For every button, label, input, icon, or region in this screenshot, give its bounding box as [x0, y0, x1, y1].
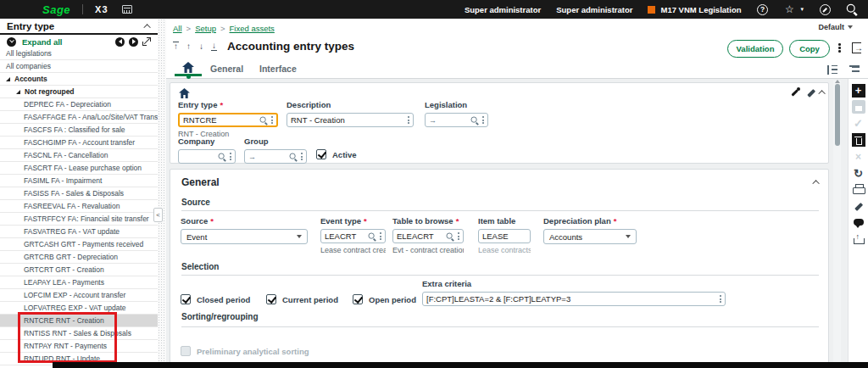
view-selector[interactable]: Default [818, 23, 853, 31]
event-type-input[interactable]: LEACRT [320, 229, 386, 243]
field-options-icon[interactable] [230, 153, 231, 160]
exit-icon[interactable] [852, 42, 861, 53]
lookup-icon[interactable] [471, 116, 479, 124]
user-role[interactable]: Super administrator [465, 5, 541, 14]
cancel-button[interactable]: × [852, 150, 865, 164]
preliminary-sorting-checkbox[interactable]: Preliminary analytical sorting [181, 346, 309, 356]
last-record-icon[interactable]: ↓ [211, 42, 217, 51]
tab-general[interactable]: General [210, 64, 243, 74]
tree-item[interactable]: DEPREC FA - Depreciation [0, 98, 158, 111]
search-icon[interactable] [846, 3, 858, 15]
more-actions-icon[interactable] [838, 43, 841, 53]
depreciation-plan-select[interactable]: Accounts [543, 229, 637, 244]
lookup-icon[interactable] [290, 153, 298, 160]
field-options-icon[interactable] [720, 295, 721, 303]
extra-criteria-input[interactable]: [F:CPT]LEASTA=2 & [F:CPT]LEATYP=3 [422, 292, 726, 306]
tree-item[interactable]: LEAPAY LEA - Payments [0, 276, 158, 289]
confirm-button[interactable]: ✓ [852, 117, 865, 131]
row-layout-icon[interactable] [827, 65, 837, 75]
explore-compass-icon[interactable] [819, 3, 831, 15]
tree-item[interactable]: FASCHGIMP FA - Account transfer [0, 137, 158, 149]
previous-record-icon[interactable]: ↑ [186, 42, 192, 51]
next-record-icon[interactable]: ↓ [198, 42, 204, 51]
collapse-section-icon[interactable] [818, 90, 825, 97]
calendar-icon[interactable] [122, 5, 132, 14]
help-icon[interactable]: ? [756, 3, 768, 15]
comment-button[interactable] [852, 216, 865, 230]
description-input[interactable]: RNT - Creation [287, 113, 414, 127]
print-button[interactable] [852, 183, 865, 197]
next-page-icon[interactable] [129, 37, 138, 47]
collapse-general-icon[interactable] [812, 180, 819, 187]
tree-item[interactable]: LOFCIM EXP - Account transfer [0, 289, 158, 302]
field-options-icon[interactable] [408, 116, 409, 124]
tree-item[interactable]: Accounts [0, 73, 158, 86]
tree-item[interactable]: FASISS FA - Sales & Disposals [0, 187, 158, 200]
tree-item[interactable]: All legislations [0, 47, 158, 60]
legislation-selector[interactable]: M17 VNM Legislation [648, 5, 741, 14]
expand-all-icon[interactable] [7, 37, 16, 47]
tree-item[interactable]: GRTCRB GRT - Depreciation [0, 251, 158, 264]
fullscreen-icon[interactable] [142, 37, 151, 46]
column-layout-icon[interactable] [849, 65, 860, 75]
tree-item[interactable]: FASREEVAL FA - Revaluation [0, 200, 158, 213]
delete-button[interactable] [852, 133, 865, 147]
content-scrollbar-thumb[interactable] [835, 84, 840, 146]
tree-item[interactable]: FASVATREG FA - VAT update [0, 226, 158, 238]
edit-icon[interactable] [806, 87, 816, 98]
source-select[interactable]: Event [181, 229, 308, 244]
breadcrumb-link-setup[interactable]: Setup [195, 24, 216, 33]
field-options-icon[interactable] [482, 116, 484, 124]
tree-item[interactable]: All companies [0, 60, 158, 73]
prev-page-icon[interactable] [115, 37, 125, 47]
tree-item[interactable]: GRTCRT GRT - Creation [0, 264, 158, 276]
field-options-icon[interactable] [380, 232, 381, 240]
collapse-sidebar-handle[interactable]: < [153, 208, 163, 222]
legislation-input[interactable]: → [425, 113, 488, 127]
user-name[interactable]: Super administrator [556, 5, 632, 14]
favorites-star-icon[interactable]: ☆ [783, 3, 795, 15]
breadcrumb-link-fixed-assets[interactable]: Fixed assets [230, 24, 275, 33]
lookup-icon[interactable] [260, 116, 268, 124]
field-options-icon[interactable] [458, 232, 459, 240]
tree-item[interactable]: Not regrouped [0, 86, 158, 98]
tree-item[interactable]: FASCNL FA - Cancellation [0, 149, 158, 162]
field-options-icon[interactable] [301, 153, 303, 160]
current-period-checkbox[interactable]: Current period [266, 294, 338, 304]
tree-item[interactable]: FASCFS FA : Classified for sale [0, 124, 158, 137]
jump-arrow-icon[interactable]: → [248, 153, 256, 161]
lookup-icon[interactable] [219, 153, 226, 160]
save-button[interactable] [852, 100, 865, 114]
expand-all-label[interactable]: Expand all [22, 37, 111, 47]
tree-item[interactable]: FASTRFFCY FA: Financial site transfer [0, 213, 158, 226]
jump-arrow-icon[interactable]: → [429, 116, 437, 125]
lookup-icon[interactable] [369, 232, 376, 240]
refresh-button[interactable]: ↻ [852, 166, 865, 180]
active-checkbox[interactable]: Active [316, 149, 357, 159]
first-record-icon[interactable]: ↑ [173, 42, 179, 51]
company-input[interactable] [178, 149, 236, 164]
dropper-icon[interactable] [790, 87, 800, 98]
tree-item[interactable]: FASAFFAGE FA - Ana/Loc/Site/VAT Transfer [0, 111, 158, 124]
item-table-input[interactable]: LEASE [478, 229, 531, 243]
tree-item[interactable]: RNTISS RNT - Sales & Disposals [0, 327, 158, 340]
panel-resize-gutter[interactable] [158, 19, 166, 368]
tree-item[interactable]: FASIML FA - Impairment [0, 175, 158, 187]
field-options-icon[interactable] [271, 116, 273, 124]
open-period-checkbox[interactable]: Open period [353, 294, 416, 304]
closed-period-checkbox[interactable]: Closed period [181, 294, 250, 304]
tree-item[interactable]: LOFVATREG EXP - VAT update [0, 302, 158, 315]
lookup-icon[interactable] [447, 232, 454, 240]
create-record-button[interactable]: + [852, 84, 865, 98]
tree-item[interactable]: GRTCASH GRT - Payments received [0, 238, 158, 251]
export-button[interactable] [852, 232, 865, 246]
edit-tool-icon[interactable] [854, 201, 864, 211]
breadcrumb-link-all[interactable]: All [173, 24, 182, 33]
tree-item[interactable]: RNTPAY RNT - Payments [0, 340, 158, 353]
scroll-up-icon[interactable] [835, 80, 840, 83]
favorites-caret-icon[interactable]: ▾ [800, 6, 804, 13]
tab-home[interactable] [175, 62, 202, 73]
tab-interface[interactable]: Interface [259, 64, 297, 74]
entry-type-input[interactable]: RNTCRE [178, 113, 278, 127]
tree-item[interactable]: RNTCRE RNT - Creation [0, 315, 158, 327]
